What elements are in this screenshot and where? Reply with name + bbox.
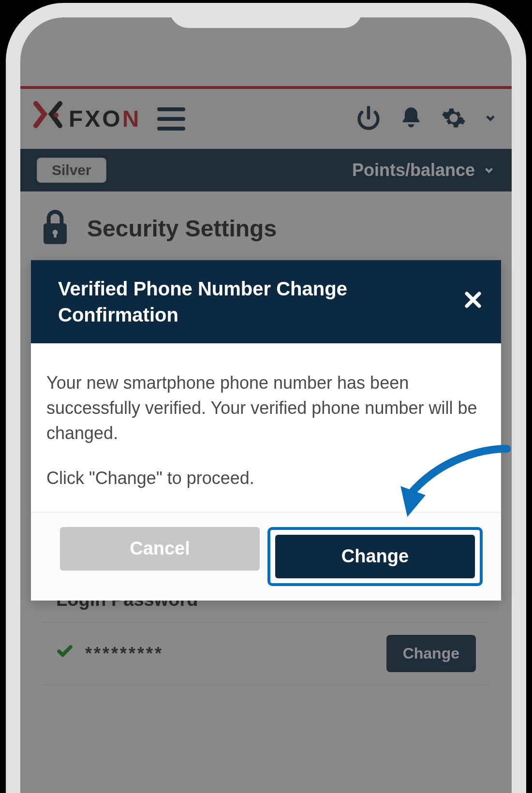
app-header: FXON xyxy=(20,89,512,149)
chevron-down-icon[interactable] xyxy=(484,111,497,127)
close-icon[interactable] xyxy=(462,289,484,314)
gear-icon[interactable] xyxy=(441,105,466,132)
page-title: Security Settings xyxy=(87,215,277,242)
tier-badge: Silver xyxy=(37,158,106,183)
chevron-down-icon xyxy=(483,164,495,176)
login-password-row: ********* Change xyxy=(43,622,489,685)
menu-button[interactable] xyxy=(157,107,185,131)
phone-notch xyxy=(169,3,363,28)
status-bar: Silver Points/balance xyxy=(20,149,512,191)
phone-body: FXON xyxy=(6,3,526,793)
change-button-highlight: Change xyxy=(267,527,483,586)
login-password-value: ********* xyxy=(56,643,163,664)
header-left: FXON xyxy=(33,101,185,137)
svg-point-0 xyxy=(54,113,59,117)
logo-text: FXON xyxy=(69,105,141,132)
page-title-row: Security Settings xyxy=(20,191,512,263)
logo-mark-icon xyxy=(33,101,63,137)
svg-rect-3 xyxy=(54,233,56,238)
check-icon xyxy=(56,643,74,664)
change-password-button[interactable]: Change xyxy=(386,635,476,672)
lock-icon xyxy=(40,208,71,249)
phone-frame: FXON xyxy=(0,0,532,793)
cancel-button[interactable]: Cancel xyxy=(60,527,260,571)
header-right xyxy=(356,105,497,132)
logo: FXON xyxy=(33,101,141,137)
masked-password: ********* xyxy=(85,644,163,664)
change-button[interactable]: Change xyxy=(275,535,475,578)
modal-footer: Cancel Change xyxy=(31,512,501,601)
modal-body: Your new smartphone phone number has bee… xyxy=(31,343,501,512)
confirmation-modal: Verified Phone Number Change Confirmatio… xyxy=(31,260,501,601)
modal-body-p1: Your new smartphone phone number has bee… xyxy=(46,370,486,446)
modal-header: Verified Phone Number Change Confirmatio… xyxy=(31,260,501,343)
points-label: Points/balance xyxy=(352,160,475,180)
points-balance-dropdown[interactable]: Points/balance xyxy=(352,160,495,180)
modal-body-p2: Click "Change" to proceed. xyxy=(46,466,486,491)
phone-screen: FXON xyxy=(20,17,512,793)
bell-icon[interactable] xyxy=(399,105,424,132)
power-icon[interactable] xyxy=(356,105,381,132)
modal-title: Verified Phone Number Change Confirmatio… xyxy=(58,276,397,328)
